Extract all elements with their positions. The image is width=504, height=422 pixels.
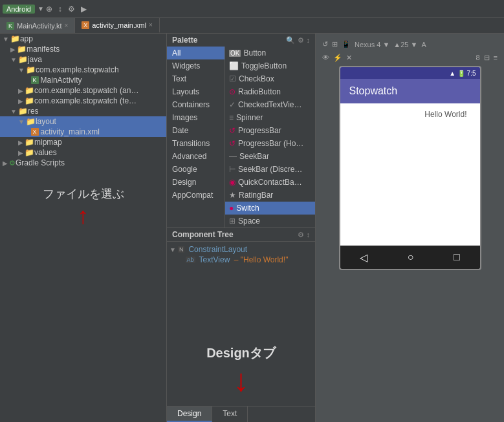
- ct-settings-icon[interactable]: ⚙: [298, 231, 304, 239]
- widget-switch[interactable]: ● Switch: [225, 202, 315, 215]
- ct-textview[interactable]: Ab TextView – "Hello World!": [170, 255, 312, 265]
- tree-stopwatch1[interactable]: ▼ 📁 com.example.stopwatch: [0, 65, 166, 75]
- palette-more-icon[interactable]: ↕: [307, 36, 311, 44]
- magnet-icon[interactable]: ⚡: [333, 54, 342, 62]
- quickcontact-icon: ◉: [229, 178, 236, 187]
- tree-activity-main[interactable]: X activity_main.xml: [0, 127, 166, 137]
- clear-icon[interactable]: ✕: [346, 54, 352, 62]
- preview-refresh-icon[interactable]: ↺: [322, 40, 328, 48]
- tree-layout[interactable]: ▼ 📁 layout: [0, 116, 166, 127]
- folder-stopwatch3-icon: 📁: [25, 96, 34, 105]
- align-icon[interactable]: ≡: [494, 54, 498, 62]
- recent-icon[interactable]: □: [454, 251, 460, 263]
- preview-lang-label: A: [421, 41, 426, 48]
- palette-cat-advanced[interactable]: Advanced: [167, 150, 225, 163]
- sync-icon[interactable]: ↕: [56, 4, 64, 14]
- widget-checkedtextview[interactable]: ✓ CheckedTextVie…: [225, 98, 315, 111]
- tab-mainactivity[interactable]: K MainActivity.kt ×: [0, 18, 75, 33]
- widget-seekbar-d[interactable]: ⊢ SeekBar (Discre…: [225, 163, 315, 176]
- widget-progressbar-h[interactable]: ↺ ProgressBar (Ho…: [225, 137, 315, 150]
- android-dropdown-arrow[interactable]: ▼: [38, 5, 44, 12]
- phone-content: Hello World!: [340, 103, 480, 246]
- preview-toolbar: ↺ ⊞ 📱 Nexus 4 ▼ ▲25 ▼ A: [322, 40, 498, 48]
- palette-cat-text[interactable]: Text: [167, 72, 225, 85]
- preview-layout-icon[interactable]: ⊞: [332, 40, 338, 48]
- palette-cat-widgets[interactable]: Widgets: [167, 59, 225, 72]
- preview-secondary-toolbar: 👁 ⚡ ✕ 8 ⊟ ≡: [322, 54, 498, 62]
- tab-mainactivity-label: MainActivity.kt: [17, 22, 61, 30]
- label-gradle: Gradle Scripts: [16, 158, 65, 167]
- widget-space[interactable]: ⊞ Space: [225, 215, 315, 227]
- phone-status-icons: ▲ 🔋 7:5: [449, 70, 476, 77]
- palette-search-icon[interactable]: 🔍: [286, 36, 295, 45]
- xml-file-icon: X: [31, 128, 39, 136]
- widget-radiobutton-label: RadioButton: [238, 87, 281, 96]
- palette-cat-containers[interactable]: Containers: [167, 98, 225, 111]
- phone-nav-bar: ◁ ○ □: [340, 246, 480, 269]
- tab-activitymain[interactable]: X activity_main.xml ×: [75, 18, 160, 33]
- widget-checkbox[interactable]: ☑ CheckBox: [225, 72, 315, 85]
- tree-mainactivity[interactable]: K MainActivity: [0, 75, 166, 85]
- tree-gradle[interactable]: ▶ ⚙ Gradle Scripts: [0, 158, 166, 168]
- tab-text[interactable]: Text: [212, 406, 248, 422]
- palette-title: Palette: [172, 36, 197, 45]
- folder-layout-icon: 📁: [26, 117, 36, 126]
- widget-radiobutton[interactable]: ⊙ RadioButton: [225, 85, 315, 98]
- palette-cat-layouts[interactable]: Layouts: [167, 85, 225, 98]
- widget-spinner[interactable]: ≡ Spinner: [225, 111, 315, 124]
- ct-constraintlayout-label: ConstraintLayout: [188, 245, 247, 254]
- palette-settings-icon[interactable]: ⚙: [298, 36, 304, 45]
- palette-cat-images[interactable]: Images: [167, 111, 225, 124]
- grid-icon[interactable]: ⊟: [484, 54, 490, 62]
- ok-badge: OK: [229, 50, 241, 57]
- ct-more-icon[interactable]: ↕: [307, 231, 311, 239]
- togglebutton-icon: ⬜: [229, 61, 239, 70]
- home-icon[interactable]: ○: [408, 251, 414, 263]
- settings-icon[interactable]: ⚙: [66, 4, 77, 14]
- ct-arrow-constraint: ▼: [170, 246, 176, 253]
- preview-device-icon[interactable]: 📱: [342, 40, 351, 48]
- palette-cat-date[interactable]: Date: [167, 124, 225, 137]
- ct-constraintlayout[interactable]: ▼ N ConstraintLayout: [170, 244, 312, 255]
- tree-manifests[interactable]: ▶ 📁 manifests: [0, 44, 166, 54]
- tree-java[interactable]: ▼ 📁 java: [0, 54, 166, 65]
- run-icon[interactable]: ▶: [79, 4, 89, 14]
- tab-design[interactable]: Design: [167, 406, 212, 422]
- close-mainactivity-icon[interactable]: ×: [65, 22, 69, 29]
- component-tree-content: ▼ N ConstraintLayout Ab TextView – "Hell…: [167, 242, 315, 325]
- palette-cat-design[interactable]: Design: [167, 176, 225, 189]
- widget-togglebutton[interactable]: ⬜ ToggleButton: [225, 59, 315, 72]
- widget-ratingbar[interactable]: ★ RatingBar: [225, 189, 315, 202]
- close-activitymain-icon[interactable]: ×: [149, 21, 153, 28]
- label-mipmap: mipmap: [34, 138, 62, 147]
- label-app: app: [20, 34, 33, 43]
- back-icon[interactable]: ◁: [360, 251, 367, 264]
- widget-button[interactable]: OK Button: [225, 47, 315, 59]
- palette-widgets: OK Button ⬜ ToggleButton ☑ CheckBox: [225, 47, 315, 227]
- widget-quickcontact-label: QuickContactBa…: [238, 178, 302, 187]
- widget-progressbar-label: ProgressBar: [238, 126, 281, 135]
- arrow-activity-main: [26, 129, 30, 136]
- tree-app[interactable]: ▼ 📁 app: [0, 34, 166, 44]
- add-module-icon[interactable]: ⊕: [44, 4, 54, 14]
- xml-tab-icon: X: [82, 21, 89, 29]
- label-stopwatch3: com.example.stopwatch (te…: [34, 96, 137, 105]
- widget-seekbar[interactable]: — SeekBar: [225, 150, 315, 163]
- kotlin-icon: K: [6, 22, 14, 30]
- widget-progressbar[interactable]: ↺ ProgressBar: [225, 124, 315, 137]
- tree-stopwatch3[interactable]: ▶ 📁 com.example.stopwatch (te…: [0, 96, 166, 106]
- tree-values[interactable]: ▶ 📁 values: [0, 147, 166, 158]
- component-tree-title: Component Tree: [172, 230, 234, 239]
- tree-stopwatch2[interactable]: ▶ 📁 com.example.stopwatch (an…: [0, 85, 166, 96]
- tree-mipmap[interactable]: ▶ 📁 mipmap: [0, 137, 166, 147]
- palette-cat-google[interactable]: Google: [167, 163, 225, 176]
- widget-quickcontact[interactable]: ◉ QuickContactBa…: [225, 176, 315, 189]
- tree-res[interactable]: ▼ 📁 res: [0, 106, 166, 116]
- palette-cat-transitions[interactable]: Transitions: [167, 137, 225, 150]
- palette-cat-appcompat[interactable]: AppCompat: [167, 189, 225, 202]
- phone-status-bar: ▲ 🔋 7:5: [340, 67, 480, 79]
- palette-cat-all[interactable]: All: [167, 47, 225, 59]
- widget-space-label: Space: [238, 216, 260, 226]
- eye-icon[interactable]: 👁: [322, 54, 329, 62]
- folder-values-icon: 📁: [25, 148, 34, 157]
